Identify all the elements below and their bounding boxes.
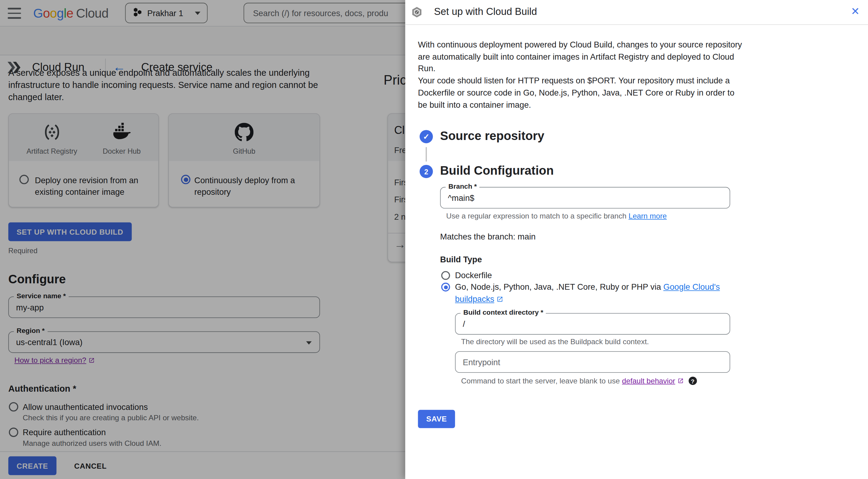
buildpacks-label[interactable]: Go, Node.js, Python, Java, .NET Core, Ru… (455, 281, 726, 305)
branch-input[interactable] (441, 187, 730, 208)
panel-description: With continuous deployment powered by Cl… (418, 39, 746, 111)
branch-helper-text: Use a regular expression to match to a s… (446, 212, 629, 220)
build-context-input[interactable] (456, 314, 730, 334)
panel-title: Set up with Cloud Build (434, 6, 537, 18)
buildpacks-radio[interactable] (441, 283, 450, 292)
dockerfile-label[interactable]: Dockerfile (455, 271, 492, 280)
buildpacks-label-text: Go, Node.js, Python, Java, .NET Core, Ru… (455, 282, 663, 292)
entrypoint-helper-text: Command to start the server, leave blank… (461, 377, 620, 385)
cloud-build-panel: Set up with Cloud Build ✕ With continuou… (405, 0, 868, 479)
screen: GoogleCloud Prakhar 1 (0, 0, 868, 479)
external-link-icon (497, 296, 503, 303)
step1-title: Source repository (440, 129, 544, 143)
learn-more-link[interactable]: Learn more (629, 212, 667, 220)
panel-description-line2: Your code should listen for HTTP request… (418, 75, 746, 111)
close-icon[interactable]: ✕ (851, 5, 860, 18)
branch-helper: Use a regular expression to match to a s… (446, 212, 667, 220)
build-context-helper: The directory will be used as the Buildp… (461, 338, 649, 346)
default-behavior-link[interactable]: default behavior (622, 377, 683, 385)
step1-check-circle: ✓ (420, 130, 433, 143)
save-button[interactable]: SAVE (418, 410, 455, 428)
check-icon: ✓ (423, 132, 429, 141)
panel-description-line1: With continuous deployment powered by Cl… (418, 39, 746, 74)
branch-label: Branch * (445, 182, 480, 190)
build-context-label: Build context directory * (461, 309, 546, 316)
entrypoint-field[interactable] (455, 351, 730, 373)
build-type-heading: Build Type (440, 254, 482, 264)
dockerfile-radio[interactable] (441, 271, 450, 280)
step-connector (426, 147, 427, 161)
default-behavior-link-text: default behavior (622, 377, 675, 385)
branch-field[interactable]: Branch * (440, 187, 730, 208)
build-context-field[interactable]: Build context directory * (455, 313, 730, 335)
entrypoint-helper: Command to start the server, leave blank… (461, 377, 697, 385)
panel-header: Set up with Cloud Build ✕ (405, 0, 868, 25)
step2-number: 2 (424, 167, 428, 176)
entrypoint-input[interactable] (456, 352, 730, 372)
external-link-icon (677, 378, 683, 384)
branch-match-note: Matches the branch: main (440, 232, 536, 241)
step2-number-circle: 2 (420, 165, 433, 178)
cloud-build-icon (411, 6, 423, 21)
help-icon[interactable]: ? (689, 377, 697, 385)
step2-title: Build Configuration (440, 164, 554, 178)
